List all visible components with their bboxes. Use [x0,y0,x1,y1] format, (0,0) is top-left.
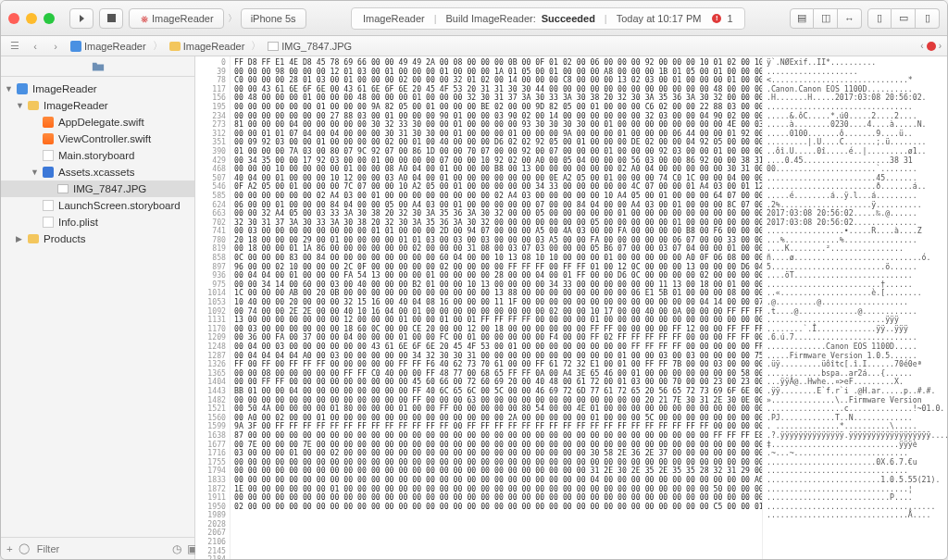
minimize-window-icon[interactable] [26,13,37,24]
folder-icon [28,234,39,243]
tree-file-img7847[interactable]: IMG_7847.JPG [1,180,194,197]
xcassets-icon [43,167,54,178]
tree-root[interactable]: ▼ ImageReader [1,81,194,97]
navigator-selector[interactable] [1,56,194,77]
breadcrumb-seg1-label: ImageReader [84,41,146,52]
nav-back-button[interactable]: ‹ [27,41,44,52]
editor-standard-button[interactable]: ▤ [790,8,814,29]
file-label: IMG_7847.JPG [73,183,146,194]
file-label: LaunchScreen.storyboard [58,200,181,211]
toggle-navigator-button[interactable]: ▯ [867,8,892,29]
scheme-device-label: iPhone 5s [251,13,296,24]
jump-bar: ☰ ‹ › ImageReader 〉 ImageReader 〉 IMG_78… [1,36,947,56]
filter-input[interactable] [35,542,167,555]
chevron-right-icon: 〉 [228,12,237,25]
tree-root-label: ImageReader [32,83,97,94]
file-label: Main.storyboard [58,150,134,161]
file-label: ViewController.swift [58,133,151,144]
recent-filter-button[interactable]: ◷ [172,542,181,555]
image-file-icon [57,184,69,193]
tree-group-imagereader[interactable]: ▼ ImageReader [1,97,194,114]
play-icon [80,15,84,22]
related-items-button[interactable]: ☰ [6,40,23,52]
next-issue-button[interactable]: › [939,41,942,51]
storyboard-file-icon [43,150,54,161]
chevron-right-icon: 〉 [153,39,163,53]
status-time: Today at 10:17 PM [617,13,702,24]
folder-icon [28,101,39,110]
storyboard-file-icon [43,200,54,211]
add-button[interactable]: + [6,543,13,554]
hex-editor: 0 39 78 117 156 195 234 273 312 351 390 … [195,56,947,559]
target-icon: ⨳ [139,13,149,24]
hex-ascii-pane[interactable]: ÿ`.NØExif..II*.......... ...............… [762,56,947,559]
error-badge[interactable]: ! [712,14,721,23]
project-icon [17,83,28,94]
filter-icon: ◯ [19,542,30,554]
error-count: 1 [727,13,732,24]
titlebar: ⨳ ImageReader 〉 iPhone 5s ImageReader | … [1,1,947,36]
tree-group-label: ImageReader [44,100,108,111]
xcode-window: ⨳ ImageReader 〉 iPhone 5s ImageReader | … [0,0,948,560]
tree-group-products[interactable]: ▶ Products [1,230,194,247]
status-product: ImageReader [363,13,425,24]
plist-file-icon [43,217,54,228]
editor-assistant-button[interactable]: ◫ [814,8,838,29]
stop-button[interactable] [99,8,123,29]
editor-version-button[interactable]: ↔ [838,8,862,29]
right-toolbar: ▤ ◫ ↔ ▯ ▭ ▯ [790,8,940,29]
status-action: Build ImageReader: [446,13,536,24]
tree-file-infoplist[interactable]: Info.plist [1,214,194,230]
swift-file-icon [43,117,54,128]
folder-nav-icon [92,60,105,73]
chevron-right-icon: 〉 [251,39,261,53]
run-button[interactable] [69,8,94,29]
body: ▼ ImageReader ▼ ImageReader AppDelegate.… [1,56,947,559]
breadcrumb-group[interactable]: ImageReader [167,41,248,52]
toggle-debug-button[interactable]: ▭ [892,8,916,29]
file-label: Info.plist [58,217,98,228]
tree-file-mainstoryboard[interactable]: Main.storyboard [1,147,194,164]
breadcrumb-project[interactable]: ImageReader [68,41,149,52]
swift-file-icon [43,133,54,144]
breadcrumb-seg2-label: ImageReader [183,41,245,52]
tree-file-launchscreen[interactable]: LaunchScreen.storyboard [1,197,194,214]
navigator-filter-bar: + ◯ ◷ ▣ [1,537,194,559]
hex-offsets-gutter: 0 39 78 117 156 195 234 273 312 351 390 … [195,56,231,559]
tree-file-appdelegate[interactable]: AppDelegate.swift [1,114,194,131]
scheme-selector[interactable]: ⨳ ImageReader 〉 iPhone 5s [129,8,306,29]
file-label: AppDelegate.swift [58,117,144,128]
zoom-window-icon[interactable] [44,13,55,24]
activity-viewer: ImageReader | Build ImageReader: Succeed… [312,7,784,30]
tree-products-label: Products [44,233,85,244]
tree-file-viewcontroller[interactable]: ViewController.swift [1,131,194,147]
file-label: Assets.xcassets [58,167,134,178]
error-icon [927,42,936,51]
nav-forward-button[interactable]: › [47,41,64,52]
image-file-icon [268,42,279,51]
project-navigator-tree: ▼ ImageReader ▼ ImageReader AppDelegate.… [1,77,194,537]
project-icon [70,41,81,52]
breadcrumb-file[interactable]: IMG_7847.JPG [265,41,355,52]
folder-icon [169,42,181,51]
tree-file-assets[interactable]: ▼ Assets.xcassets [1,164,194,180]
scheme-target-label: ImageReader [152,13,214,24]
navigator-sidebar: ▼ ImageReader ▼ ImageReader AppDelegate.… [1,56,195,559]
toggle-inspector-button[interactable]: ▯ [916,8,940,29]
status-result: Succeeded [542,13,595,24]
breadcrumb-seg3-label: IMG_7847.JPG [281,41,352,52]
stop-icon [107,14,116,22]
window-controls [8,13,55,24]
close-window-icon[interactable] [8,13,19,24]
hex-bytes-pane[interactable]: FF D8 FF E1 4E D8 45 78 69 66 00 00 49 4… [231,56,762,559]
prev-issue-button[interactable]: ‹ [920,41,923,51]
